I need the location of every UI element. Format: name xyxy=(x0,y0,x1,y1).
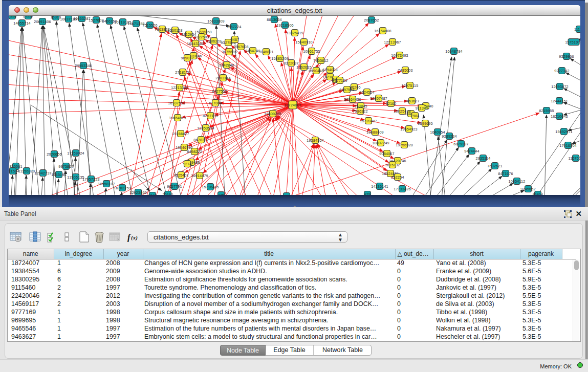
svg-text:10961755: 10961755 xyxy=(303,49,320,54)
svg-text:1615132: 1615132 xyxy=(385,163,400,167)
svg-text:14055714: 14055714 xyxy=(13,21,31,26)
svg-text:8186328: 8186328 xyxy=(206,39,221,43)
svg-text:12975115: 12975115 xyxy=(401,83,418,88)
svg-text:19166827: 19166827 xyxy=(172,132,189,136)
svg-text:11156829: 11156829 xyxy=(18,169,35,173)
svg-text:17957223: 17957223 xyxy=(82,177,100,182)
svg-text:19218506: 19218506 xyxy=(276,23,294,28)
svg-text:16543382: 16543382 xyxy=(187,41,204,46)
svg-text:252254: 252254 xyxy=(391,175,404,180)
svg-text:9463627: 9463627 xyxy=(404,99,419,103)
svg-text:10973493: 10973493 xyxy=(391,53,408,58)
svg-text:3624554: 3624554 xyxy=(359,90,374,95)
svg-text:19654923: 19654923 xyxy=(169,116,186,120)
svg-text:7955812: 7955812 xyxy=(313,58,328,63)
svg-text:7485003: 7485003 xyxy=(398,68,412,73)
svg-text:17016504: 17016504 xyxy=(559,143,577,148)
svg-text:2935114: 2935114 xyxy=(476,156,491,161)
svg-text:2803144: 2803144 xyxy=(215,76,230,80)
svg-text:15720407: 15720407 xyxy=(360,119,377,123)
svg-text:10653287: 10653287 xyxy=(73,16,91,21)
svg-text:16033809: 16033809 xyxy=(207,19,225,24)
svg-text:8498222: 8498222 xyxy=(187,149,202,154)
svg-text:9329966: 9329966 xyxy=(559,54,574,59)
svg-text:15640910: 15640910 xyxy=(295,40,313,45)
svg-text:2020656: 2020656 xyxy=(47,152,61,157)
svg-text:8267130: 8267130 xyxy=(203,114,217,118)
svg-text:12213967: 12213967 xyxy=(384,40,401,45)
svg-text:12093872: 12093872 xyxy=(551,84,569,89)
svg-text:3875685: 3875685 xyxy=(222,50,236,54)
svg-text:9146821: 9146821 xyxy=(258,50,273,54)
svg-text:18807249: 18807249 xyxy=(372,141,389,145)
svg-text:20364436: 20364436 xyxy=(344,97,361,102)
svg-text:62160: 62160 xyxy=(386,101,397,106)
svg-text:19384554: 19384554 xyxy=(307,138,324,143)
svg-text:15692971: 15692971 xyxy=(555,129,573,134)
svg-text:18300295: 18300295 xyxy=(264,112,281,116)
svg-text:20557: 20557 xyxy=(23,16,34,18)
svg-text:391594: 391594 xyxy=(9,169,19,173)
svg-text:17359924: 17359924 xyxy=(67,151,84,156)
svg-text:16914479: 16914479 xyxy=(191,173,208,178)
svg-text:9777169: 9777169 xyxy=(332,78,347,83)
svg-text:8454749: 8454749 xyxy=(245,49,260,53)
svg-text:8215955: 8215955 xyxy=(539,108,554,113)
svg-text:19756928: 19756928 xyxy=(396,143,413,147)
svg-text:7632621: 7632621 xyxy=(487,164,502,168)
svg-text:13325419: 13325419 xyxy=(286,31,303,35)
svg-text:6879197: 6879197 xyxy=(453,142,468,146)
svg-text:15751074: 15751074 xyxy=(565,40,580,45)
svg-text:1167533: 1167533 xyxy=(569,156,580,161)
svg-text:5467: 5467 xyxy=(231,37,239,42)
svg-text:7984: 7984 xyxy=(411,114,420,118)
svg-text:2087652: 2087652 xyxy=(364,18,379,23)
svg-text:9084067: 9084067 xyxy=(379,151,394,156)
svg-text:6794028: 6794028 xyxy=(322,68,337,72)
svg-text:16210643: 16210643 xyxy=(551,114,568,119)
svg-text:16782759: 16782759 xyxy=(114,186,131,190)
svg-text:1527602: 1527602 xyxy=(89,18,103,23)
svg-text:2718170: 2718170 xyxy=(175,70,190,75)
svg-text:8427552: 8427552 xyxy=(212,89,227,94)
svg-text:9245652: 9245652 xyxy=(520,187,535,191)
svg-text:12942737: 12942737 xyxy=(34,171,52,176)
svg-text:9699695: 9699695 xyxy=(418,121,432,126)
svg-text:8678332: 8678332 xyxy=(193,138,208,142)
svg-text:8660128: 8660128 xyxy=(167,28,182,33)
svg-text:12353594: 12353594 xyxy=(197,126,214,130)
svg-text:8813054: 8813054 xyxy=(267,17,281,22)
svg-text:911340: 911340 xyxy=(416,106,428,111)
svg-text:9474444: 9474444 xyxy=(464,149,479,154)
svg-text:1645194: 1645194 xyxy=(51,172,66,177)
svg-text:7857224: 7857224 xyxy=(226,25,241,29)
svg-text:14136141: 14136141 xyxy=(371,184,388,189)
svg-text:9657791: 9657791 xyxy=(167,184,182,189)
svg-text:19654923: 19654923 xyxy=(400,127,418,132)
svg-text:10654112: 10654112 xyxy=(508,179,525,184)
svg-text:9242848: 9242848 xyxy=(219,63,234,68)
svg-text:16648784: 16648784 xyxy=(445,49,463,54)
svg-text:15716485: 15716485 xyxy=(202,185,219,189)
svg-text:7986322: 7986322 xyxy=(353,109,367,114)
svg-text:12213389: 12213389 xyxy=(171,85,188,90)
svg-text:16107553: 16107553 xyxy=(168,101,185,105)
svg-text:16154808: 16154808 xyxy=(374,29,391,33)
svg-text:1274: 1274 xyxy=(183,162,192,166)
svg-text:12923465: 12923465 xyxy=(129,190,147,195)
svg-text:8990448: 8990448 xyxy=(309,69,323,73)
svg-text:617004: 617004 xyxy=(209,101,222,105)
svg-text:18724007: 18724007 xyxy=(284,103,301,107)
svg-text:17733426: 17733426 xyxy=(394,187,411,191)
svg-text:9975867: 9975867 xyxy=(58,164,73,169)
svg-text:15885209: 15885209 xyxy=(271,56,289,61)
svg-text:29053346: 29053346 xyxy=(75,63,92,68)
svg-text:989012: 989012 xyxy=(181,56,193,60)
svg-text:7625402: 7625402 xyxy=(173,173,188,178)
svg-text:10807487: 10807487 xyxy=(370,96,387,101)
svg-text:13505135: 13505135 xyxy=(67,175,84,180)
svg-text:6497568: 6497568 xyxy=(339,87,354,92)
svg-text:11172: 11172 xyxy=(574,27,580,32)
svg-text:10025438: 10025438 xyxy=(394,109,411,114)
svg-text:12444151: 12444151 xyxy=(551,99,568,103)
